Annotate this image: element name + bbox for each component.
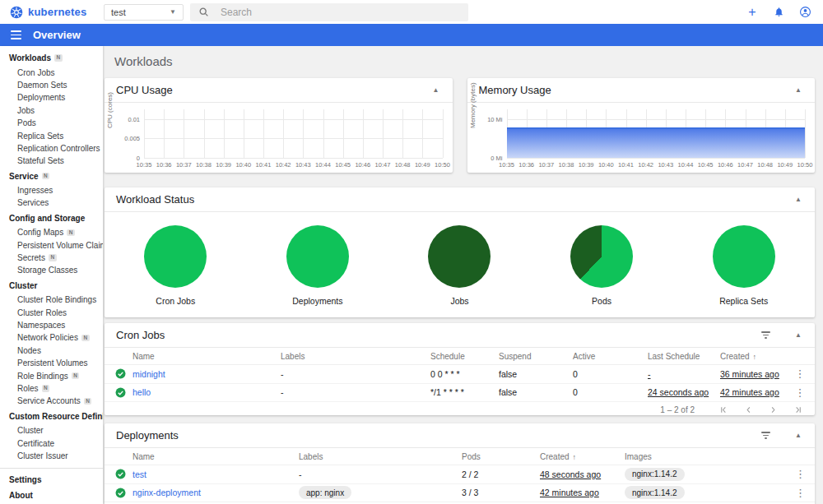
chart-plot-area: 10:3510:3610:3710:3810:3910:4010:4110:42…	[507, 109, 806, 158]
gridline-vertical	[283, 109, 284, 158]
row-actions-kebab-icon[interactable]: ⋮	[785, 368, 815, 380]
user-account-icon[interactable]	[797, 4, 813, 21]
row-actions-kebab-icon[interactable]: ⋮	[786, 487, 815, 499]
sidebar-item-ingresses[interactable]: Ingresses	[0, 184, 103, 197]
filter-icon[interactable]	[761, 331, 770, 339]
sidebar-item-config-maps[interactable]: Config MapsN	[0, 226, 103, 238]
sidebar-item-label: Jobs	[17, 106, 35, 115]
sidebar-group-workloads[interactable]: WorkloadsN	[0, 52, 103, 64]
table-row: midnight-0 0 * * *false0-36 minutes ago⋮	[105, 365, 815, 384]
sidebar-item-deployments[interactable]: Deployments	[0, 91, 103, 104]
column-header-active[interactable]: Active	[573, 352, 648, 361]
sidebar-item-cron-jobs[interactable]: Cron Jobs	[0, 66, 103, 78]
filter-icon[interactable]	[761, 432, 770, 439]
sidebar-item-settings[interactable]: Settings	[0, 474, 103, 486]
x-tick-label: 10:41	[618, 161, 634, 169]
x-tick-label: 10:38	[196, 161, 212, 169]
collapse-caret-icon[interactable]: ▲	[793, 86, 803, 94]
deployment-link-test[interactable]: test	[133, 469, 146, 479]
collapse-caret-icon[interactable]: ▲	[793, 196, 803, 203]
search-bar[interactable]	[190, 3, 468, 21]
cronjob-link-hello[interactable]: hello	[133, 387, 151, 397]
x-tick-label: 10:47	[375, 161, 391, 169]
column-header-suspend[interactable]: Suspend	[499, 352, 573, 361]
x-tick-label: 10:36	[156, 161, 172, 169]
image-chip: nginx:1.14.2	[625, 486, 685, 499]
sidebar-item-certificate[interactable]: Certificate	[0, 437, 103, 449]
cpu-usage-chart: 10:3510:3610:3710:3810:3910:4010:4110:42…	[105, 103, 453, 172]
sidebar-item-stateful-sets[interactable]: Stateful Sets	[0, 155, 103, 167]
sidebar-item-storage-classes[interactable]: Storage Classes	[0, 264, 103, 276]
column-header-name[interactable]: Name	[133, 452, 299, 461]
top-bar: kubernetes test ▼ +	[0, 0, 823, 24]
collapse-caret-icon[interactable]: ▲	[431, 86, 441, 94]
sidebar-item-pods[interactable]: Pods	[0, 117, 103, 129]
sidebar-item-cluster-role-bindings[interactable]: Cluster Role Bindings	[0, 294, 103, 306]
sidebar-item-namespaces[interactable]: Namespaces	[0, 319, 103, 331]
workload-status-item-cron-jobs: Cron Jobs	[105, 212, 247, 317]
x-tick-label: 10:46	[355, 161, 370, 169]
column-header-created[interactable]: Created↑	[720, 352, 785, 361]
sidebar-group-custom-resource-definitions[interactable]: Custom Resource Definitions	[0, 410, 103, 423]
app-bar: Overview	[0, 24, 823, 46]
sidebar-item-cluster-roles[interactable]: Cluster Roles	[0, 306, 103, 318]
table-row: nginx-deploymentapp: nginx3 / 342 minute…	[105, 484, 815, 503]
column-header-labels[interactable]: Labels	[281, 352, 430, 361]
status-ok-icon	[115, 387, 126, 398]
column-header-pods[interactable]: Pods	[462, 452, 540, 461]
column-header-created[interactable]: Created↑	[540, 452, 625, 461]
column-header-schedule[interactable]: Schedule	[430, 352, 499, 361]
image-chip: nginx:1.14.2	[625, 468, 685, 481]
previous-page-icon[interactable]	[737, 403, 759, 416]
cron-jobs-card: Cron Jobs ▲ NameLabelsScheduleSuspendAct…	[105, 323, 815, 415]
sidebar-item-label: Cluster Role Bindings	[17, 295, 96, 304]
deployments-table: NameLabelsPodsCreated↑Imagestest-2 / 248…	[105, 448, 815, 502]
sidebar-item-persistent-volume-claims[interactable]: Persistent Volume ClaimsN	[0, 238, 103, 251]
column-header-last-schedule[interactable]: Last Schedule	[648, 352, 720, 361]
sidebar-item-cluster[interactable]: Cluster	[0, 424, 103, 437]
first-page-icon[interactable]	[713, 403, 734, 416]
sidebar-item-replication-controllers[interactable]: Replication Controllers	[0, 142, 103, 155]
collapse-caret-icon[interactable]: ▲	[793, 331, 803, 339]
gridline-vertical	[343, 109, 344, 158]
labels-cell: -	[299, 469, 462, 479]
sidebar-item-nodes[interactable]: Nodes	[0, 344, 103, 357]
last-page-icon[interactable]	[787, 403, 808, 416]
row-actions-kebab-icon[interactable]: ⋮	[786, 468, 815, 480]
active-cell: 0	[573, 387, 648, 397]
next-page-icon[interactable]	[762, 403, 783, 416]
sidebar-item-persistent-volumes[interactable]: Persistent Volumes	[0, 357, 103, 369]
column-header-labels[interactable]: Labels	[299, 452, 462, 461]
sidebar-group-cluster[interactable]: Cluster	[0, 280, 103, 292]
collapse-caret-icon[interactable]: ▲	[793, 432, 803, 439]
cronjob-link-midnight[interactable]: midnight	[133, 369, 165, 379]
sidebar-item-about[interactable]: About	[0, 489, 103, 502]
deployment-link-nginx-deployment[interactable]: nginx-deployment	[133, 488, 201, 497]
sidebar-item-daemon-sets[interactable]: Daemon Sets	[0, 79, 103, 91]
sidebar-item-cluster-issuer[interactable]: Cluster Issuer	[0, 450, 103, 462]
column-header-name[interactable]: Name	[133, 352, 281, 361]
kubernetes-logo[interactable]: kubernetes	[10, 6, 104, 19]
sidebar-item-jobs[interactable]: Jobs	[0, 104, 103, 117]
sidebar-group-service[interactable]: ServiceN	[0, 170, 103, 183]
cron-jobs-table: NameLabelsScheduleSuspendActiveLast Sche…	[105, 348, 815, 402]
sidebar-group-config-and-storage[interactable]: Config and Storage	[0, 212, 103, 224]
namespace-selector[interactable]: test ▼	[104, 4, 184, 21]
sidebar-item-role-bindings[interactable]: Role BindingsN	[0, 369, 103, 381]
column-header-images[interactable]: Images	[625, 452, 786, 461]
gridline-vertical	[224, 109, 225, 158]
sidebar-item-secrets[interactable]: SecretsN	[0, 252, 103, 264]
gridline-vertical	[323, 109, 324, 158]
sidebar-item-service-accounts[interactable]: Service AccountsN	[0, 395, 103, 407]
notifications-bell-icon[interactable]	[770, 4, 787, 21]
search-input[interactable]	[219, 6, 460, 19]
sidebar-item-label: Roles	[17, 384, 39, 393]
sidebar-item-services[interactable]: Services	[0, 197, 103, 209]
sidebar-item-network-policies[interactable]: Network PoliciesN	[0, 331, 103, 344]
row-actions-kebab-icon[interactable]: ⋮	[785, 386, 815, 399]
sidebar-item-roles[interactable]: RolesN	[0, 382, 103, 395]
menu-hamburger-icon[interactable]	[11, 30, 21, 39]
memory-usage-card: Memory Usage ▲ 10:3510:3610:3710:3810:39…	[467, 78, 816, 173]
create-resource-plus-icon[interactable]: +	[744, 4, 760, 21]
sidebar-item-replica-sets[interactable]: Replica Sets	[0, 129, 103, 141]
